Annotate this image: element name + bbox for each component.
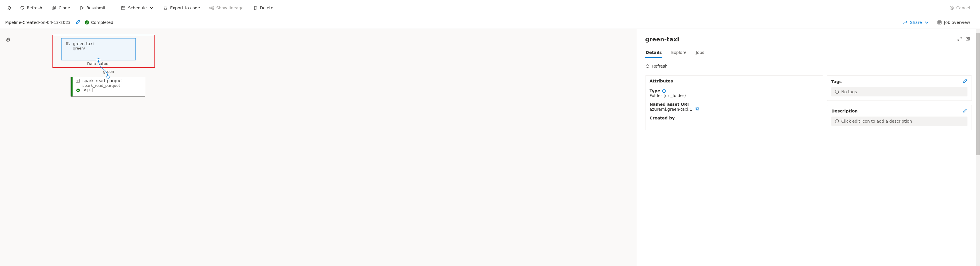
list-icon [937,20,942,25]
copy-uri-button[interactable] [695,107,699,111]
info-icon [835,90,839,94]
svg-rect-2 [121,6,125,10]
lineage-label: Show lineage [216,6,243,10]
lineage-button: Show lineage [205,3,248,13]
tab-details[interactable]: Details [645,48,662,58]
version-letter: V [84,88,86,92]
clone-icon [52,6,56,10]
expand-diagonal-icon [957,37,962,41]
share-button[interactable]: Share [899,18,933,27]
work-area: green-taxi qreen/ Data output green spar… [0,29,980,266]
tags-heading: Tags [831,79,842,84]
cancel-label: Cancel [956,6,970,10]
cancel-icon [950,6,954,10]
pan-tool-button[interactable] [6,37,11,43]
named-uri-label: Named asset URI [649,102,689,107]
type-label: Type [649,89,666,93]
tags-empty: No tags [831,87,967,96]
svg-rect-6 [212,8,213,10]
panel-refresh-label: Refresh [652,64,668,68]
code-file-icon [163,6,168,10]
tab-jobs[interactable]: Jobs [695,48,705,58]
refresh-button[interactable]: Refresh [16,3,46,13]
resubmit-button[interactable]: Resubmit [75,3,110,13]
info-icon[interactable] [662,89,666,93]
pencil-icon [963,108,967,113]
description-empty: Click edit icon to add a description [831,116,967,126]
info-icon [835,119,839,123]
delete-button[interactable]: Delete [249,3,277,13]
chevron-double-right-icon [7,6,12,10]
named-uri-value: azureml:green-taxi:1 [649,107,692,111]
data-node-subtitle: qreen/ [66,46,131,50]
share-label: Share [910,20,922,25]
svg-rect-15 [697,108,699,110]
created-by-label: Created by [649,116,675,120]
lineage-icon [209,6,214,10]
tags-card: Tags No tags [827,75,972,101]
panel-tabs: Details Explore Jobs [637,45,980,58]
status-badge: Completed [84,20,113,25]
panel-body: Refresh Attributes Type Folder (uri_fold… [637,58,980,266]
details-panel: green-taxi Details Explore Jobs Refresh [637,29,980,266]
command-bar: Refresh Clone Resubmit Schedule Export t… [0,0,980,16]
named-uri-row: azureml:green-taxi:1 [649,107,819,111]
refresh-label: Refresh [27,6,42,10]
panel-refresh-button[interactable]: Refresh [645,62,972,71]
copy-icon [695,107,699,111]
refresh-icon [20,6,24,10]
input-port[interactable] [106,75,110,79]
panel-title: green-taxi [645,36,956,43]
component-title: spark_read_parquet [83,78,123,83]
edit-name-button[interactable] [75,18,81,26]
dock-right-icon [966,37,970,41]
open-full-button[interactable] [956,35,964,44]
scrollbar-track[interactable] [976,29,980,266]
edit-description-button[interactable] [963,108,967,114]
delete-label: Delete [260,6,273,10]
attributes-heading: Attributes [649,79,673,83]
svg-rect-11 [76,79,80,83]
chevron-down-icon [149,6,154,10]
component-subtitle: spark_read_parquet [75,83,142,88]
share-icon [903,20,908,25]
pipeline-name: Pipeline-Created-on-04-13-2023 [5,20,70,25]
data-node-green-taxi[interactable]: green-taxi qreen/ [61,38,136,60]
divider [113,4,113,12]
edge-label: green [103,69,114,74]
component-node-spark-read-parquet[interactable]: spark_read_parquet spark_read_parquet V … [70,77,145,97]
job-overview-label: Job overview [944,20,970,25]
scrollbar-thumb[interactable] [976,33,980,155]
trash-icon [253,6,258,10]
clone-button[interactable]: Clone [48,3,74,13]
data-node-title: green-taxi [73,41,94,46]
pipeline-header: Pipeline-Created-on-04-13-2023 Completed… [0,16,980,29]
dataset-icon [66,41,70,46]
expand-button[interactable] [5,4,13,12]
export-label: Export to code [170,6,200,10]
job-overview-button[interactable]: Job overview [933,18,974,27]
svg-rect-16 [696,107,698,110]
attributes-card: Attributes Type Folder (uri_folder) Name… [645,75,823,130]
play-icon [80,6,84,10]
description-card: Description Click edit icon to add a des… [827,105,972,130]
type-value: Folder (uri_folder) [649,93,819,98]
schedule-button[interactable]: Schedule [117,3,158,13]
status-text: Completed [91,20,113,25]
edit-tags-button[interactable] [963,79,967,84]
svg-rect-10 [67,42,69,45]
description-heading: Description [831,109,858,113]
chevron-down-icon [924,20,929,25]
schedule-label: Schedule [128,6,146,10]
dock-right-button[interactable] [964,35,972,44]
success-icon [84,20,89,25]
resubmit-label: Resubmit [86,6,106,10]
calendar-icon [121,6,126,10]
data-node-output-name: Data output [61,62,136,66]
tab-explore[interactable]: Explore [671,48,687,58]
version-pill: V 1 [82,88,93,92]
clone-label: Clone [59,6,70,10]
pencil-icon [76,19,80,24]
svg-rect-5 [212,6,213,7]
export-button[interactable]: Export to code [159,3,204,13]
